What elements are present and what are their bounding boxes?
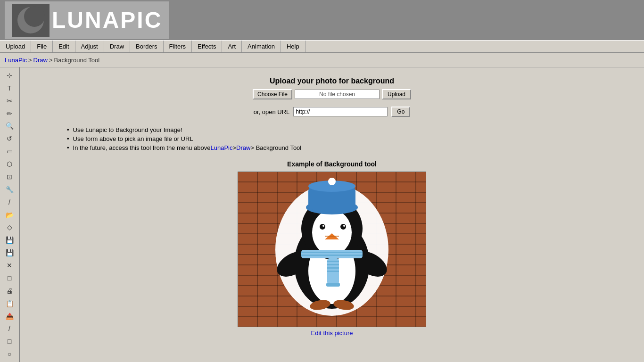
svg-rect-29 (326, 283, 340, 287)
nav-item-animation[interactable]: Animation (242, 41, 281, 52)
eyedropper-tool[interactable]: ⊡ (2, 171, 17, 182)
file-name-display: No file chosen (295, 90, 380, 99)
edit-picture-link[interactable]: Edit this picture (238, 329, 426, 337)
main-layout: ⊹T✂✏🔍↺▭⬡⊡🔧/📂◇💾💾✕□🖨📋📤/□○ Upload your phot… (0, 67, 644, 362)
upload-row: Choose File No file chosen Upload (253, 89, 411, 99)
info-text-3-mid: > (232, 144, 236, 151)
nav-item-upload[interactable]: Upload (0, 41, 31, 52)
svg-point-15 (320, 224, 325, 230)
info-item-2: • Use form above to pick an image file o… (67, 135, 301, 142)
zoom-tool[interactable]: 🔍 (2, 121, 17, 132)
logo-box (12, 4, 50, 37)
upload-title: Upload your photo for background (253, 77, 411, 85)
info-item-1: • Use Lunapic to Background your Image! (67, 126, 301, 133)
bullet-3: • (67, 144, 69, 151)
breadcrumb-sep2: > (49, 57, 53, 64)
nav-item-file[interactable]: File (31, 41, 53, 52)
upload-button[interactable]: Upload (382, 89, 411, 99)
nav-item-borders[interactable]: Borders (130, 41, 164, 52)
nav-item-adjust[interactable]: Adjust (75, 41, 104, 52)
info-text-1: Use Lunapic to Background your Image! (73, 126, 182, 133)
bullet-1: • (67, 126, 69, 133)
example-image (238, 172, 426, 327)
url-section: or, open URL Go (254, 107, 411, 117)
rect-tool[interactable]: □ (2, 336, 17, 347)
go-button[interactable]: Go (391, 107, 410, 117)
svg-rect-23 (301, 255, 363, 256)
svg-rect-25 (327, 261, 339, 262)
line-tool2[interactable]: / (2, 197, 17, 208)
info-link-draw[interactable]: Draw (236, 144, 250, 151)
url-label: or, open URL (254, 108, 290, 115)
svg-rect-21 (301, 250, 363, 258)
navbar: UploadFileEditAdjustDrawBordersFiltersEf… (0, 40, 644, 53)
info-link-lunapic[interactable]: LunaPic (211, 144, 233, 151)
print-tool[interactable]: 🖨 (2, 285, 17, 296)
upload-section: Upload your photo for background Choose … (253, 77, 411, 99)
example-section: Example of Background tool (238, 160, 426, 337)
nav-item-edit[interactable]: Edit (53, 41, 75, 52)
scissors-tool[interactable]: ✂ (2, 95, 17, 107)
undo-tool[interactable]: ↺ (2, 133, 17, 144)
wrench-tool[interactable]: 🔧 (2, 184, 17, 195)
svg-rect-22 (301, 252, 363, 253)
moon-icon (17, 6, 45, 34)
svg-point-18 (343, 225, 345, 227)
svg-point-17 (322, 225, 324, 227)
url-input[interactable] (293, 107, 388, 116)
eraser-tool[interactable]: ◇ (2, 222, 17, 233)
selection-tool[interactable]: ▭ (2, 146, 17, 157)
choose-file-button[interactable]: Choose File (253, 89, 292, 99)
breadcrumb-draw[interactable]: Draw (33, 57, 48, 64)
logo-wrapper: LUNAPIC (5, 1, 169, 39)
close-tool[interactable]: ✕ (2, 260, 17, 271)
nav-item-help[interactable]: Help (281, 41, 305, 52)
logo-text: LUNAPIC (52, 7, 162, 33)
nav-item-filters[interactable]: Filters (164, 41, 192, 52)
info-text-2: Use form above to pick an image file or … (73, 135, 193, 142)
save-tool[interactable]: 💾 (2, 247, 17, 258)
bullet-2: • (67, 135, 69, 142)
marquee-tool[interactable]: ⊹ (2, 70, 17, 81)
svg-point-1 (24, 6, 45, 27)
shape-tool[interactable]: ⬡ (2, 158, 17, 170)
copy-tool[interactable]: 📋 (2, 298, 17, 309)
content-area: Upload your photo for background Choose … (20, 67, 644, 362)
svg-rect-27 (327, 267, 339, 269)
info-section: • Use Lunapic to Background your Image! … (67, 126, 301, 153)
sidebar: ⊹T✂✏🔍↺▭⬡⊡🔧/📂◇💾💾✕□🖨📋📤/□○ (0, 67, 20, 362)
svg-point-12 (328, 178, 336, 185)
page-tool[interactable]: □ (2, 272, 17, 284)
breadcrumb-sep1: > (28, 57, 32, 64)
svg-point-8 (312, 210, 352, 255)
nav-item-draw[interactable]: Draw (104, 41, 130, 52)
header: LUNAPIC (0, 0, 644, 40)
svg-rect-26 (327, 264, 339, 265)
nav-item-effects[interactable]: Effects (192, 41, 223, 52)
breadcrumb-bar: LunaPic > Draw > Background Tool (0, 53, 644, 67)
text-tool[interactable]: T (2, 82, 17, 94)
breadcrumb-current: Background Tool (54, 57, 100, 64)
paste-tool[interactable]: 📤 (2, 311, 17, 322)
info-item-3: • In the future, access this tool from t… (67, 144, 301, 151)
nav-item-art[interactable]: Art (222, 41, 242, 52)
open-tool[interactable]: 📂 (2, 209, 17, 221)
info-text-3-after: > Background Tool (250, 144, 301, 151)
info-text-3-before: In the future, access this tool from the… (73, 144, 211, 151)
line-tool[interactable]: / (2, 323, 17, 335)
breadcrumb-lunapic[interactable]: LunaPic (5, 57, 27, 64)
svg-rect-28 (327, 271, 339, 272)
example-title: Example of Background tool (238, 160, 426, 168)
stamp-tool[interactable]: 💾 (2, 234, 17, 246)
pencil-tool[interactable]: ✏ (2, 108, 17, 119)
ellipse-tool[interactable]: ○ (2, 348, 17, 360)
penguin-image (266, 177, 398, 323)
svg-point-16 (340, 224, 346, 230)
